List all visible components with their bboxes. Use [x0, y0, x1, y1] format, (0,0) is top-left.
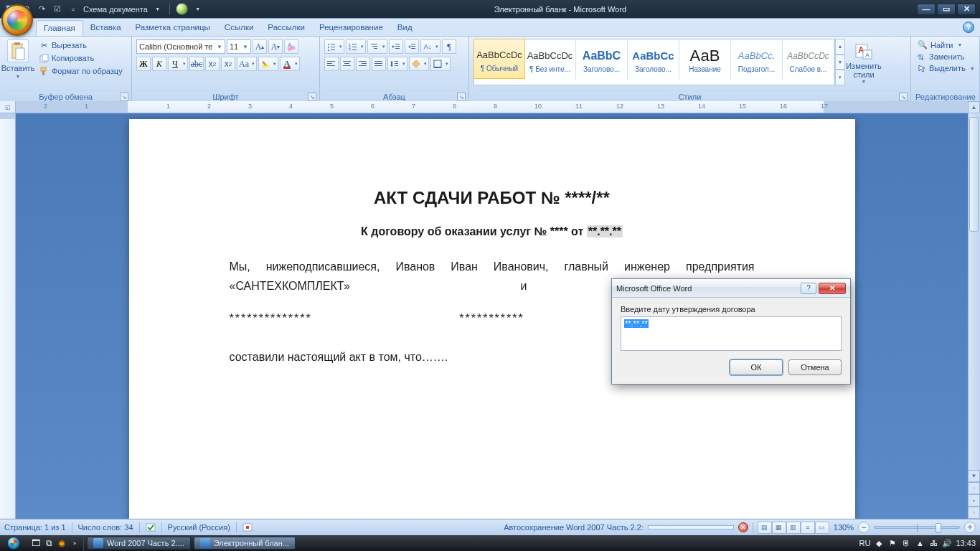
- zoom-percent[interactable]: 130%: [834, 523, 854, 532]
- help-icon[interactable]: ?: [963, 22, 974, 33]
- vertical-scrollbar[interactable]: ▲ ▼ ◦ • ◦: [968, 101, 980, 519]
- gallery-up-button[interactable]: ▲: [835, 39, 845, 55]
- tray-icon-3[interactable]: ⛨: [901, 538, 911, 548]
- scroll-down-button[interactable]: ▼: [968, 470, 980, 482]
- view-outline[interactable]: ≡: [801, 522, 815, 534]
- format-painter-button[interactable]: Формат по образцу: [36, 65, 126, 77]
- dialog-ok-button[interactable]: ОК: [730, 359, 783, 375]
- line-spacing-button[interactable]: [387, 57, 407, 71]
- select-button[interactable]: Выделить▼: [915, 63, 975, 73]
- status-words[interactable]: Число слов: 34: [78, 523, 133, 532]
- close-button[interactable]: ✕: [957, 4, 976, 15]
- replace-button[interactable]: abЗаменить: [915, 52, 975, 62]
- tray-icon-4[interactable]: ▲: [915, 538, 925, 548]
- view-print-layout[interactable]: ▤: [758, 522, 772, 534]
- font-color-button[interactable]: A: [280, 57, 300, 71]
- grow-font-button[interactable]: A▴: [253, 39, 267, 54]
- dialog-input[interactable]: **.**.**: [621, 316, 842, 351]
- style-item-6[interactable]: AaBbCcDcСлабое в...: [783, 39, 834, 80]
- status-lang[interactable]: Русский (Россия): [168, 523, 230, 532]
- taskbar-button-1[interactable]: Word 2007 Часть 2....: [87, 537, 191, 550]
- scroll-up-button[interactable]: ▲: [968, 101, 980, 113]
- numbering-button[interactable]: 123: [346, 39, 366, 54]
- bold-button[interactable]: Ж: [136, 57, 151, 71]
- dialog-cancel-button[interactable]: Отмена: [788, 359, 842, 375]
- strikethrough-button[interactable]: abc: [189, 57, 204, 71]
- ql-switch-icon[interactable]: ⧉: [43, 537, 55, 549]
- ql-show-desktop-icon[interactable]: 🗔: [30, 537, 42, 549]
- sort-button[interactable]: A↓: [420, 39, 440, 54]
- decrease-indent-button[interactable]: [389, 39, 403, 54]
- style-item-3[interactable]: AaBbCcЗаголово...: [628, 39, 679, 80]
- dialog-launcher-clipboard[interactable]: ↘: [120, 93, 128, 101]
- style-item-2[interactable]: AaBbCЗаголово...: [576, 39, 628, 80]
- clear-formatting-button[interactable]: A: [284, 39, 298, 54]
- tray-clock[interactable]: 13:43: [956, 539, 976, 547]
- tray-network-icon[interactable]: 🖧: [928, 538, 938, 548]
- cut-button[interactable]: ✂Вырезать: [36, 39, 126, 51]
- dialog-launcher-font[interactable]: ↘: [308, 93, 316, 101]
- justify-button[interactable]: [372, 57, 386, 71]
- dialog-launcher-styles[interactable]: ↘: [899, 93, 908, 101]
- subscript-button[interactable]: x2: [205, 57, 220, 71]
- view-web[interactable]: ▥: [786, 522, 801, 534]
- browse-object-button[interactable]: •: [968, 494, 980, 507]
- tab-insert[interactable]: Вставка: [83, 20, 128, 36]
- find-button[interactable]: 🔍Найти▼: [915, 39, 975, 50]
- dialog-launcher-paragraph[interactable]: ↘: [457, 93, 466, 101]
- tab-layout[interactable]: Разметка страницы: [128, 20, 217, 36]
- qat-more-icon[interactable]: ▼: [192, 4, 204, 15]
- tray-icon-2[interactable]: ⚑: [887, 538, 897, 548]
- dialog-help-button[interactable]: ?: [801, 283, 816, 294]
- view-draft[interactable]: ▭: [815, 522, 829, 534]
- style-item-0[interactable]: AaBbCcDc¶ Обычный: [473, 39, 525, 79]
- start-button[interactable]: [0, 535, 27, 551]
- autosave-cancel-icon[interactable]: ✕: [738, 522, 748, 532]
- qat-scheme-label[interactable]: Схема документа: [83, 5, 148, 14]
- tab-view[interactable]: Вид: [390, 20, 420, 36]
- increase-indent-button[interactable]: [405, 39, 419, 54]
- highlight-button[interactable]: [258, 57, 278, 71]
- copy-button[interactable]: Копировать: [36, 52, 126, 64]
- superscript-button[interactable]: x2: [221, 57, 235, 71]
- tab-mailings[interactable]: Рассылки: [260, 20, 312, 36]
- qat-orb-icon[interactable]: [176, 3, 188, 15]
- align-center-button[interactable]: [340, 57, 354, 71]
- ruler-toggle[interactable]: ◱: [0, 101, 16, 113]
- tab-home[interactable]: Главная: [36, 20, 83, 36]
- tab-references[interactable]: Ссылки: [217, 20, 261, 36]
- next-page-button[interactable]: ◦: [968, 507, 980, 519]
- ql-more-icon[interactable]: »: [69, 537, 80, 549]
- vertical-ruler[interactable]: [0, 113, 16, 519]
- zoom-in-button[interactable]: +: [964, 522, 976, 533]
- shading-button[interactable]: [409, 57, 429, 71]
- italic-button[interactable]: К: [152, 57, 166, 71]
- status-proof-icon[interactable]: [146, 522, 156, 532]
- change-styles-button[interactable]: AA Изменить стили ▼: [848, 39, 880, 85]
- redo-icon[interactable]: ↷: [36, 4, 47, 15]
- ql-browser-icon[interactable]: ◉: [56, 537, 67, 549]
- multilevel-button[interactable]: [367, 39, 387, 54]
- change-case-button[interactable]: Aa: [237, 57, 257, 71]
- align-left-button[interactable]: [324, 57, 339, 71]
- office-button[interactable]: [1, 4, 33, 36]
- maximize-button[interactable]: ▭: [937, 4, 956, 15]
- status-macro-icon[interactable]: [242, 522, 253, 532]
- status-page[interactable]: Страница: 1 из 1: [4, 523, 66, 532]
- taskbar-button-2[interactable]: Электронный блан...: [194, 537, 296, 550]
- gallery-down-button[interactable]: ▼: [835, 55, 845, 70]
- zoom-out-button[interactable]: −: [858, 522, 870, 533]
- tray-icon-1[interactable]: ◆: [874, 538, 884, 548]
- dialog-close-button[interactable]: ✕: [819, 283, 846, 294]
- qat-dropdown-icon[interactable]: ▼: [152, 4, 164, 15]
- gallery-more-button[interactable]: ▾: [835, 70, 845, 85]
- tray-lang[interactable]: RU: [859, 539, 871, 547]
- tab-review[interactable]: Рецензирование: [312, 20, 390, 36]
- align-right-button[interactable]: [356, 57, 370, 71]
- font-size-combo[interactable]: 11▼: [227, 39, 251, 54]
- tray-volume-icon[interactable]: 🔊: [942, 538, 952, 548]
- style-item-5[interactable]: AaBbCc.Подзагол...: [731, 39, 783, 80]
- minimize-button[interactable]: —: [917, 4, 936, 15]
- prev-page-button[interactable]: ◦: [968, 482, 980, 494]
- qat-checkbox-icon[interactable]: ☑: [52, 4, 63, 15]
